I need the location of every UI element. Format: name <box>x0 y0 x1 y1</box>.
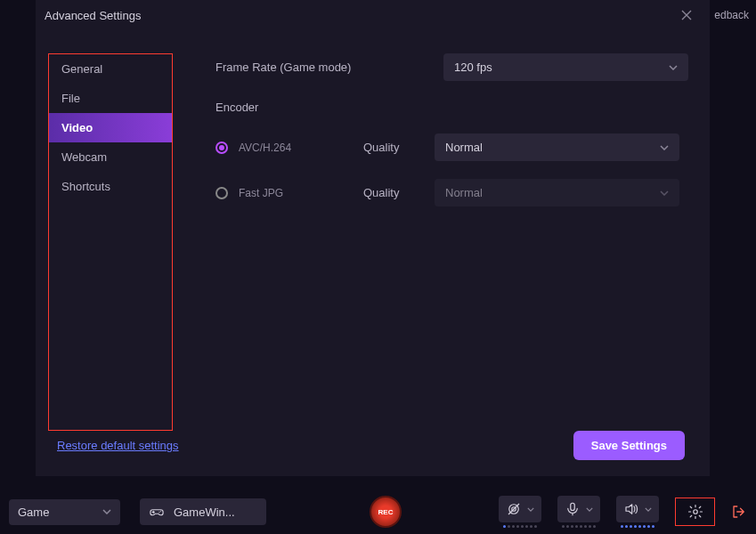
webcam-off-icon <box>506 501 522 517</box>
bottom-toolbar: Game GameWin... REC <box>0 490 756 534</box>
settings-sidebar: General File Video Webcam Shortcuts <box>48 53 173 431</box>
frame-rate-label: Frame Rate (Game mode) <box>215 61 443 74</box>
speaker-level-indicator <box>621 525 654 528</box>
game-target-value: GameWin... <box>174 506 235 519</box>
feedback-link[interactable]: edback <box>714 9 749 21</box>
frame-rate-select[interactable]: 120 fps <box>443 53 688 81</box>
game-target-select[interactable]: GameWin... <box>140 498 266 525</box>
quality-label-avc: Quality <box>363 141 435 154</box>
sidebar-item-webcam[interactable]: Webcam <box>49 142 172 172</box>
exit-button[interactable] <box>731 504 747 520</box>
chevron-down-icon <box>527 507 534 512</box>
microphone-toggle[interactable] <box>557 496 600 522</box>
quality-select-fastjpg: Normal <box>435 179 679 206</box>
chevron-down-icon <box>660 190 669 196</box>
chevron-down-icon <box>660 145 669 150</box>
webcam-level-indicator <box>503 525 537 528</box>
settings-content: Frame Rate (Game mode) 120 fps Encoder A… <box>173 53 694 431</box>
svg-rect-3 <box>571 503 575 510</box>
sidebar-item-general[interactable]: General <box>49 54 172 84</box>
chevron-down-icon <box>669 65 678 70</box>
advanced-settings-modal: Advanced Settings General File Video Web… <box>36 0 710 476</box>
chevron-down-icon <box>102 509 111 514</box>
close-button[interactable] <box>676 8 697 22</box>
save-settings-button[interactable]: Save Settings <box>573 431 685 460</box>
quality-label-fastjpg: Quality <box>363 186 435 199</box>
svg-point-4 <box>693 510 697 514</box>
mic-level-indicator <box>562 525 596 528</box>
frame-rate-value: 120 fps <box>454 61 492 74</box>
modal-title: Advanced Settings <box>45 9 141 22</box>
encoder-radio-fastjpg[interactable] <box>215 187 228 199</box>
rec-label: REC <box>378 508 394 516</box>
encoder-option-fastjpg-label: Fast JPG <box>239 187 363 199</box>
webcam-toggle[interactable] <box>499 496 541 522</box>
quality-select-avc[interactable]: Normal <box>435 134 679 161</box>
encoder-option-avc-label: AVC/H.264 <box>239 142 363 154</box>
microphone-icon <box>565 501 581 517</box>
svg-line-2 <box>508 504 519 514</box>
exit-icon <box>731 504 747 520</box>
quality-value-fastjpg: Normal <box>445 186 483 199</box>
chevron-down-icon <box>645 507 652 512</box>
gear-icon <box>687 504 703 520</box>
modal-header: Advanced Settings <box>36 0 710 30</box>
chevron-down-icon <box>586 507 593 512</box>
encoder-radio-avc[interactable] <box>215 142 228 154</box>
mode-value: Game <box>18 506 49 519</box>
quality-value-avc: Normal <box>445 141 483 154</box>
record-button[interactable]: REC <box>370 496 402 528</box>
close-icon <box>681 10 692 20</box>
encoder-section-label: Encoder <box>215 101 694 114</box>
sidebar-item-video[interactable]: Video <box>49 113 172 142</box>
settings-button[interactable] <box>675 498 715 526</box>
mode-select[interactable]: Game <box>9 499 120 525</box>
sidebar-item-shortcuts[interactable]: Shortcuts <box>49 172 172 201</box>
speaker-toggle[interactable] <box>616 496 659 522</box>
speaker-icon <box>623 501 639 517</box>
restore-defaults-link[interactable]: Restore default settings <box>57 439 179 452</box>
gamepad-icon <box>149 504 165 520</box>
sidebar-item-file[interactable]: File <box>49 84 172 113</box>
